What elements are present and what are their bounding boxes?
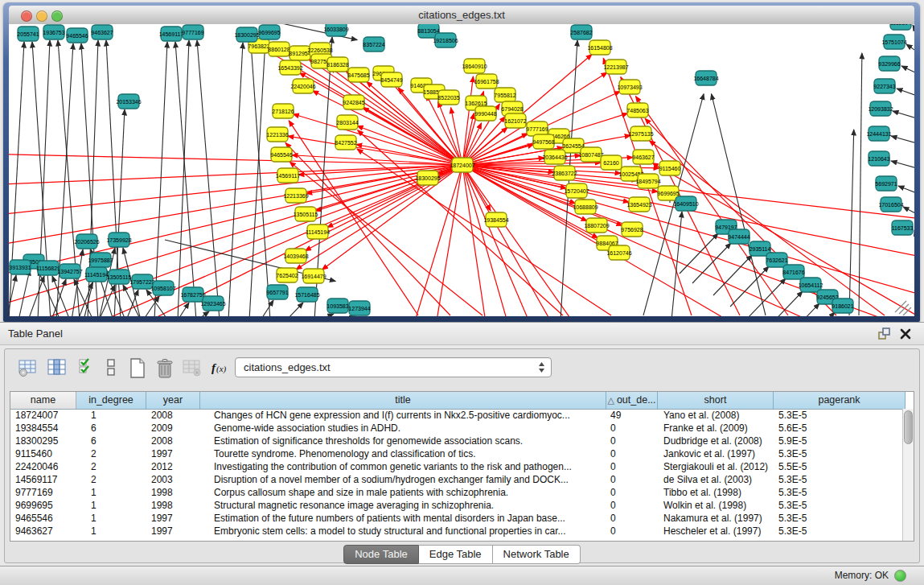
network-window-titlebar[interactable]: citations_edges.txt: [9, 6, 914, 25]
table-row[interactable]: 911546021997Tourette syndrome. Phenomeno…: [10, 447, 903, 460]
graph-node[interactable]: 13505115: [294, 207, 318, 221]
graph-node[interactable]: 9497568: [532, 134, 554, 149]
graph-node[interactable]: 12923465: [200, 296, 225, 311]
graph-node[interactable]: 9463627: [632, 150, 654, 164]
tab-edge-table[interactable]: Edge Table: [419, 545, 493, 564]
column-header-short[interactable]: short: [658, 392, 774, 409]
graph-node[interactable]: 8454749: [380, 72, 402, 87]
graph-node[interactable]: 9227343: [873, 79, 895, 93]
graph-node[interactable]: 9990448: [474, 106, 496, 121]
graph-node[interactable]: 1273944: [348, 301, 370, 315]
graph-node[interactable]: 9777169: [526, 122, 548, 136]
graph-node[interactable]: 8471676: [782, 265, 804, 279]
graph-node[interactable]: 19975887: [88, 253, 113, 267]
graph-node[interactable]: 13654923: [626, 197, 651, 212]
graph-node[interactable]: 7955812: [494, 88, 515, 102]
row-height-button[interactable]: [101, 356, 125, 380]
graph-node[interactable]: 12213369: [283, 188, 308, 203]
graph-node[interactable]: 9329966: [878, 56, 900, 71]
table-row[interactable]: 977716911998Corpus callosum shape and si…: [10, 486, 903, 499]
graph-node[interactable]: 12093832: [868, 101, 893, 116]
graph-node[interactable]: 14569117: [276, 168, 301, 183]
float-panel-icon[interactable]: [877, 327, 892, 341]
column-header-year[interactable]: year: [146, 392, 200, 409]
graph-node[interactable]: 2803144: [336, 115, 358, 130]
graph-node[interactable]: 16120746: [606, 245, 631, 260]
table-row[interactable]: 1830029562008Estimation of significance …: [10, 435, 903, 447]
graph-node[interactable]: 16409510: [673, 196, 698, 211]
graph-node[interactable]: 16782759: [180, 287, 205, 302]
graph-node[interactable]: 1221336: [266, 127, 288, 142]
graph-node[interactable]: 9465546: [66, 28, 88, 43]
graph-node[interactable]: 18724007: [450, 158, 474, 172]
graph-node[interactable]: 20153346: [116, 94, 141, 109]
show-columns-button[interactable]: [45, 356, 69, 380]
delete-column-button[interactable]: [153, 356, 177, 380]
graph-node[interactable]: 9242845: [343, 95, 364, 109]
select-rows-button[interactable]: [76, 356, 100, 380]
table-scrollbar[interactable]: [902, 409, 914, 541]
graph-node[interactable]: 9186021: [832, 299, 853, 313]
table-row[interactable]: 969969511998Structural magnetic resonanc…: [10, 499, 903, 512]
graph-node[interactable]: 10807487: [578, 147, 603, 162]
network-view-canvas[interactable]: 1872400779638228860128891295422260538982…: [9, 24, 914, 316]
graph-node[interactable]: 9699695: [258, 25, 280, 39]
graph-node[interactable]: 13505115: [107, 270, 132, 284]
column-header-pagerank[interactable]: pagerank: [774, 392, 906, 409]
table-row[interactable]: 1456911722003Disruption of a novel membe…: [10, 473, 903, 486]
graph-node[interactable]: 18640910: [462, 59, 487, 73]
graph-node[interactable]: 17359928: [106, 233, 131, 247]
graph-node[interactable]: 18807209: [584, 218, 609, 233]
graph-node[interactable]: 16648784: [693, 71, 718, 85]
table-row[interactable]: 1872400712008Changes of HCN gene express…: [10, 409, 903, 422]
graph-node[interactable]: 5692971: [875, 176, 897, 191]
graph-node[interactable]: 8475685: [347, 68, 369, 82]
delete-table-button[interactable]: [180, 356, 204, 380]
graph-node[interactable]: 1210643: [868, 151, 889, 166]
network-graph[interactable]: 1872400779638228860128891295422260538982…: [9, 24, 914, 316]
table-row[interactable]: 1938455462009Genome-wide association stu…: [10, 422, 903, 435]
graph-node[interactable]: 1621072: [504, 113, 526, 128]
graph-node[interactable]: 12213987: [603, 60, 628, 74]
graph-node[interactable]: 12444131: [866, 126, 891, 141]
graph-node[interactable]: 16154808: [587, 40, 612, 55]
graph-node[interactable]: 16543392: [277, 60, 302, 75]
graph-node[interactable]: 19218506: [433, 33, 458, 47]
graph-node[interactable]: 16961758: [474, 74, 499, 89]
graph-node[interactable]: 62160: [601, 155, 622, 170]
graph-node[interactable]: 9474444: [728, 229, 749, 244]
graph-node[interactable]: 17016504: [878, 197, 903, 212]
tab-node-table[interactable]: Node Table: [343, 545, 419, 564]
window-resize-grip[interactable]: [895, 301, 911, 315]
graph-node[interactable]: 13942757: [57, 264, 82, 278]
graph-node[interactable]: 8522035: [437, 90, 459, 105]
tab-network-table[interactable]: Network Table: [493, 545, 581, 564]
graph-node[interactable]: 9756928: [621, 222, 643, 237]
column-header-in_degree[interactable]: in_degree: [76, 392, 146, 409]
graph-node[interactable]: 10958107: [150, 281, 175, 295]
graph-node[interactable]: 2718126: [272, 104, 294, 118]
graph-node[interactable]: 8186328: [326, 57, 348, 72]
graph-node[interactable]: 8357224: [363, 37, 384, 51]
graph-node[interactable]: 1093583: [326, 299, 348, 313]
graph-node[interactable]: 9115460: [659, 161, 681, 175]
column-header-out_de[interactable]: △out_de...: [606, 392, 658, 409]
graph-node[interactable]: 9777169: [182, 25, 203, 39]
table-row[interactable]: 2242004622012Investigating the contribut…: [10, 460, 903, 473]
graph-node[interactable]: 9465546: [270, 147, 292, 162]
graph-node[interactable]: 18300295: [234, 27, 259, 42]
table-row[interactable]: 946362711997Embryonic stem cells: a mode…: [10, 525, 903, 538]
close-panel-icon[interactable]: [898, 327, 913, 341]
graph-node[interactable]: 1112304: [890, 24, 911, 30]
graph-node[interactable]: 9463627: [91, 25, 113, 39]
table-selector-dropdown[interactable]: citations_edges.txt: [235, 357, 552, 377]
column-header-name[interactable]: name: [10, 392, 76, 409]
graph-node[interactable]: 20206526: [74, 234, 99, 249]
graph-node[interactable]: 10973493: [617, 80, 642, 94]
function-builder-button[interactable]: f (x): [207, 356, 232, 380]
table-scrollbar-thumb[interactable]: [904, 410, 913, 444]
graph-node[interactable]: 3913931: [9, 260, 31, 274]
graph-node[interactable]: 1167533: [892, 220, 914, 235]
graph-node[interactable]: 10688809: [573, 200, 598, 214]
graph-node[interactable]: 15720407: [564, 183, 589, 198]
